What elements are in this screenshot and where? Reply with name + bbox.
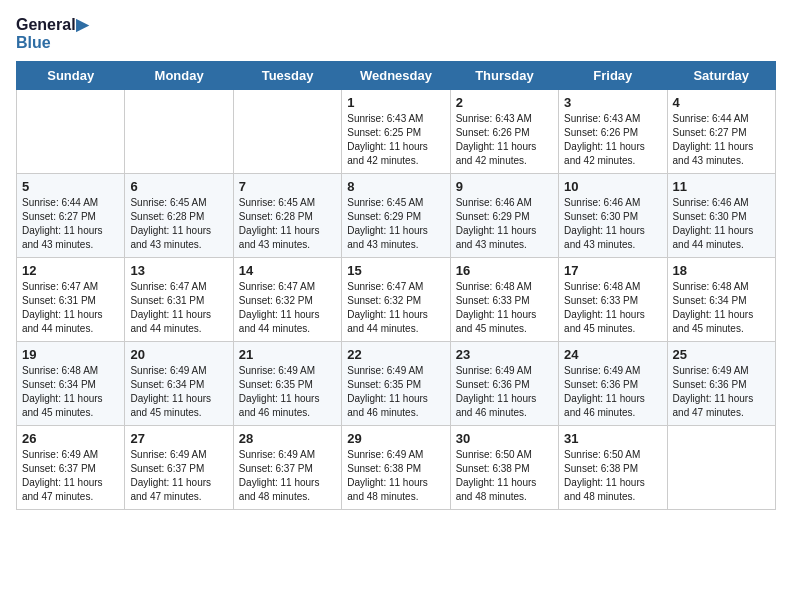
calendar-cell: 5Sunrise: 6:44 AMSunset: 6:27 PMDaylight… [17, 174, 125, 258]
day-number: 18 [673, 263, 770, 278]
calendar-cell [233, 90, 341, 174]
day-info: Sunrise: 6:46 AMSunset: 6:29 PMDaylight:… [456, 196, 553, 252]
day-number: 7 [239, 179, 336, 194]
day-number: 14 [239, 263, 336, 278]
day-number: 15 [347, 263, 444, 278]
day-info: Sunrise: 6:47 AMSunset: 6:31 PMDaylight:… [22, 280, 119, 336]
day-info: Sunrise: 6:44 AMSunset: 6:27 PMDaylight:… [673, 112, 770, 168]
day-info: Sunrise: 6:50 AMSunset: 6:38 PMDaylight:… [456, 448, 553, 504]
logo-blue: Blue [16, 34, 88, 52]
day-number: 16 [456, 263, 553, 278]
calendar-header-row: SundayMondayTuesdayWednesdayThursdayFrid… [17, 62, 776, 90]
day-info: Sunrise: 6:49 AMSunset: 6:38 PMDaylight:… [347, 448, 444, 504]
day-info: Sunrise: 6:49 AMSunset: 6:37 PMDaylight:… [22, 448, 119, 504]
day-number: 23 [456, 347, 553, 362]
day-info: Sunrise: 6:45 AMSunset: 6:29 PMDaylight:… [347, 196, 444, 252]
calendar-cell: 13Sunrise: 6:47 AMSunset: 6:31 PMDayligh… [125, 258, 233, 342]
calendar-cell: 2Sunrise: 6:43 AMSunset: 6:26 PMDaylight… [450, 90, 558, 174]
day-info: Sunrise: 6:48 AMSunset: 6:33 PMDaylight:… [564, 280, 661, 336]
calendar-cell: 8Sunrise: 6:45 AMSunset: 6:29 PMDaylight… [342, 174, 450, 258]
calendar-cell: 16Sunrise: 6:48 AMSunset: 6:33 PMDayligh… [450, 258, 558, 342]
day-info: Sunrise: 6:47 AMSunset: 6:32 PMDaylight:… [347, 280, 444, 336]
day-number: 20 [130, 347, 227, 362]
day-info: Sunrise: 6:47 AMSunset: 6:31 PMDaylight:… [130, 280, 227, 336]
day-number: 9 [456, 179, 553, 194]
day-info: Sunrise: 6:45 AMSunset: 6:28 PMDaylight:… [130, 196, 227, 252]
logo: General▶ Blue [16, 16, 88, 51]
day-info: Sunrise: 6:49 AMSunset: 6:37 PMDaylight:… [239, 448, 336, 504]
day-info: Sunrise: 6:46 AMSunset: 6:30 PMDaylight:… [564, 196, 661, 252]
calendar-week-row: 26Sunrise: 6:49 AMSunset: 6:37 PMDayligh… [17, 426, 776, 510]
calendar-cell: 21Sunrise: 6:49 AMSunset: 6:35 PMDayligh… [233, 342, 341, 426]
calendar-week-row: 5Sunrise: 6:44 AMSunset: 6:27 PMDaylight… [17, 174, 776, 258]
day-info: Sunrise: 6:49 AMSunset: 6:37 PMDaylight:… [130, 448, 227, 504]
day-info: Sunrise: 6:43 AMSunset: 6:25 PMDaylight:… [347, 112, 444, 168]
calendar-cell: 27Sunrise: 6:49 AMSunset: 6:37 PMDayligh… [125, 426, 233, 510]
day-number: 26 [22, 431, 119, 446]
day-info: Sunrise: 6:45 AMSunset: 6:28 PMDaylight:… [239, 196, 336, 252]
calendar-cell: 26Sunrise: 6:49 AMSunset: 6:37 PMDayligh… [17, 426, 125, 510]
calendar-cell: 4Sunrise: 6:44 AMSunset: 6:27 PMDaylight… [667, 90, 775, 174]
calendar-cell: 28Sunrise: 6:49 AMSunset: 6:37 PMDayligh… [233, 426, 341, 510]
day-number: 12 [22, 263, 119, 278]
day-info: Sunrise: 6:48 AMSunset: 6:34 PMDaylight:… [673, 280, 770, 336]
day-of-week-header: Monday [125, 62, 233, 90]
day-number: 19 [22, 347, 119, 362]
day-number: 25 [673, 347, 770, 362]
day-number: 13 [130, 263, 227, 278]
calendar-cell: 25Sunrise: 6:49 AMSunset: 6:36 PMDayligh… [667, 342, 775, 426]
day-number: 11 [673, 179, 770, 194]
calendar-cell: 12Sunrise: 6:47 AMSunset: 6:31 PMDayligh… [17, 258, 125, 342]
calendar-cell: 15Sunrise: 6:47 AMSunset: 6:32 PMDayligh… [342, 258, 450, 342]
day-number: 6 [130, 179, 227, 194]
calendar-cell: 24Sunrise: 6:49 AMSunset: 6:36 PMDayligh… [559, 342, 667, 426]
day-of-week-header: Thursday [450, 62, 558, 90]
calendar-week-row: 12Sunrise: 6:47 AMSunset: 6:31 PMDayligh… [17, 258, 776, 342]
day-info: Sunrise: 6:46 AMSunset: 6:30 PMDaylight:… [673, 196, 770, 252]
day-of-week-header: Friday [559, 62, 667, 90]
calendar-cell: 30Sunrise: 6:50 AMSunset: 6:38 PMDayligh… [450, 426, 558, 510]
calendar-cell: 1Sunrise: 6:43 AMSunset: 6:25 PMDaylight… [342, 90, 450, 174]
day-info: Sunrise: 6:49 AMSunset: 6:36 PMDaylight:… [456, 364, 553, 420]
day-of-week-header: Sunday [17, 62, 125, 90]
page-header: General▶ Blue [16, 16, 776, 51]
day-of-week-header: Saturday [667, 62, 775, 90]
day-number: 30 [456, 431, 553, 446]
calendar-table: SundayMondayTuesdayWednesdayThursdayFrid… [16, 61, 776, 510]
day-info: Sunrise: 6:47 AMSunset: 6:32 PMDaylight:… [239, 280, 336, 336]
calendar-week-row: 19Sunrise: 6:48 AMSunset: 6:34 PMDayligh… [17, 342, 776, 426]
day-of-week-header: Wednesday [342, 62, 450, 90]
calendar-week-row: 1Sunrise: 6:43 AMSunset: 6:25 PMDaylight… [17, 90, 776, 174]
day-number: 22 [347, 347, 444, 362]
day-number: 24 [564, 347, 661, 362]
day-number: 17 [564, 263, 661, 278]
day-info: Sunrise: 6:43 AMSunset: 6:26 PMDaylight:… [456, 112, 553, 168]
day-number: 8 [347, 179, 444, 194]
day-number: 1 [347, 95, 444, 110]
day-number: 21 [239, 347, 336, 362]
day-number: 4 [673, 95, 770, 110]
day-info: Sunrise: 6:49 AMSunset: 6:36 PMDaylight:… [673, 364, 770, 420]
day-info: Sunrise: 6:49 AMSunset: 6:36 PMDaylight:… [564, 364, 661, 420]
day-number: 27 [130, 431, 227, 446]
calendar-cell: 11Sunrise: 6:46 AMSunset: 6:30 PMDayligh… [667, 174, 775, 258]
day-number: 3 [564, 95, 661, 110]
calendar-cell: 6Sunrise: 6:45 AMSunset: 6:28 PMDaylight… [125, 174, 233, 258]
calendar-cell: 7Sunrise: 6:45 AMSunset: 6:28 PMDaylight… [233, 174, 341, 258]
day-number: 28 [239, 431, 336, 446]
calendar-cell: 31Sunrise: 6:50 AMSunset: 6:38 PMDayligh… [559, 426, 667, 510]
calendar-cell: 29Sunrise: 6:49 AMSunset: 6:38 PMDayligh… [342, 426, 450, 510]
day-info: Sunrise: 6:44 AMSunset: 6:27 PMDaylight:… [22, 196, 119, 252]
logo-text-block: General▶ Blue [16, 16, 88, 51]
calendar-cell [17, 90, 125, 174]
day-of-week-header: Tuesday [233, 62, 341, 90]
day-number: 29 [347, 431, 444, 446]
calendar-cell: 22Sunrise: 6:49 AMSunset: 6:35 PMDayligh… [342, 342, 450, 426]
day-number: 5 [22, 179, 119, 194]
day-info: Sunrise: 6:48 AMSunset: 6:33 PMDaylight:… [456, 280, 553, 336]
logo-general: General▶ [16, 16, 88, 34]
day-number: 31 [564, 431, 661, 446]
calendar-cell: 14Sunrise: 6:47 AMSunset: 6:32 PMDayligh… [233, 258, 341, 342]
day-number: 2 [456, 95, 553, 110]
day-info: Sunrise: 6:50 AMSunset: 6:38 PMDaylight:… [564, 448, 661, 504]
